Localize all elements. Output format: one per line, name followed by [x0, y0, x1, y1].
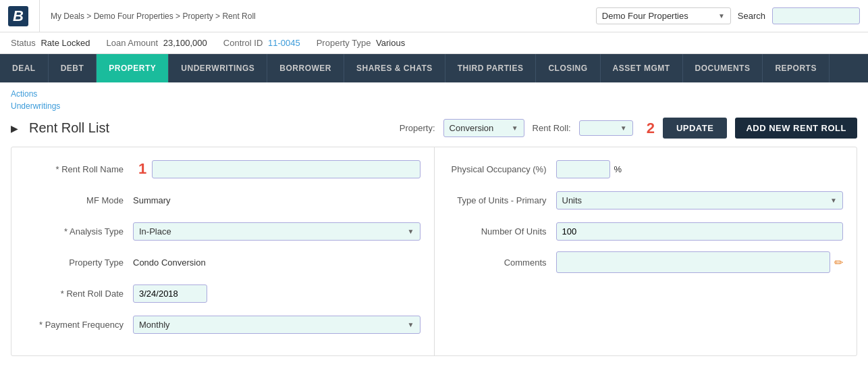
comments-input-row: ✏ [556, 251, 844, 273]
analysis-type-chevron: ▼ [408, 228, 414, 235]
physical-occ-suffix: % [614, 164, 622, 174]
update-button[interactable]: UPDATE [663, 118, 727, 139]
nav-item-closing[interactable]: CLOSING [536, 54, 600, 82]
nav-item-property[interactable]: PROPERTY [97, 54, 169, 82]
comments-input[interactable] [556, 251, 831, 273]
nav-item-deal[interactable]: DEAL [0, 54, 49, 82]
rent-roll-date-row: * Rent Roll Date [25, 282, 421, 304]
type-of-units-chevron: ▼ [830, 197, 837, 204]
physical-occ-input-row: % [556, 160, 622, 178]
analysis-type-row: * Analysis Type In-Place ▼ [25, 220, 421, 242]
property-type-value: Various [376, 38, 405, 48]
underwritings-link-text[interactable]: Underwritings [11, 101, 60, 111]
top-bar-right: Demo Four Properties ▼ Search [596, 7, 860, 24]
nav-item-reports[interactable]: REPORTS [763, 54, 830, 82]
actions-link-text[interactable]: Actions [11, 89, 37, 99]
type-of-units-value: Units [562, 195, 582, 205]
nav-item-borrower[interactable]: BORROWER [267, 54, 344, 82]
deal-selector-label: Demo Four Properties [602, 11, 688, 21]
logo-area: B [8, 0, 40, 32]
rent-roll-controls: Property: Conversion ▼ Rent Roll: ▼ 2 UP… [400, 118, 857, 139]
actions-link: Actions [11, 89, 857, 99]
property-type-form-label: Property Type [25, 257, 133, 268]
type-of-units-dropdown[interactable]: Units ▼ [556, 191, 844, 209]
deal-selector-chevron: ▼ [718, 12, 725, 20]
physical-occ-input[interactable] [556, 160, 610, 178]
property-type-label: Property Type [317, 38, 371, 48]
mf-mode-label: MF Mode [25, 195, 133, 205]
comments-label: Comments [448, 257, 556, 268]
rent-roll-header: ▶ Rent Roll List Property: Conversion ▼ … [11, 118, 857, 139]
rent-roll-name-input[interactable] [152, 160, 420, 178]
property-dropdown-label: Property: [400, 123, 435, 133]
analysis-type-label: * Analysis Type [25, 226, 133, 237]
physical-occ-row: Physical Occupancy (%) % [448, 158, 844, 180]
logo-icon: B [8, 6, 28, 26]
comments-row: Comments ✏ [448, 251, 844, 273]
badge-number-2: 2 [647, 120, 655, 137]
control-id-label: Control ID [223, 38, 263, 48]
property-type-form-value: Condo Conversion [133, 254, 421, 271]
payment-frequency-chevron: ▼ [408, 321, 414, 328]
rent-roll-date-label: * Rent Roll Date [25, 289, 133, 299]
rent-roll-dropdown-chevron: ▼ [620, 124, 627, 132]
nav-bar: DEAL DEBT PROPERTY UNDERWRITINGS BORROWE… [0, 54, 868, 82]
loan-amount-value: 23,100,000 [163, 38, 207, 48]
status-value: Rate Locked [40, 38, 90, 48]
deal-selector-dropdown[interactable]: Demo Four Properties ▼ [596, 7, 731, 24]
analysis-type-dropdown[interactable]: In-Place ▼ [133, 222, 421, 241]
type-of-units-row: Type of Units - Primary Units ▼ [448, 189, 844, 211]
type-of-units-label: Type of Units - Primary [448, 195, 556, 205]
section-toggle-icon[interactable]: ▶ [11, 123, 18, 134]
payment-frequency-value: Monthly [139, 320, 170, 330]
rent-roll-date-input[interactable] [133, 285, 207, 303]
analysis-type-value: In-Place [139, 226, 171, 237]
payment-frequency-row: * Payment Frequency Monthly ▼ [25, 314, 421, 335]
num-units-label: Number Of Units [448, 226, 556, 237]
nav-item-underwritings[interactable]: UNDERWRITINGS [169, 54, 267, 82]
rent-roll-name-row: * Rent Roll Name 1 [25, 158, 421, 180]
content-area: Actions Underwritings ▶ Rent Roll List P… [0, 82, 868, 363]
nav-item-shares-chats[interactable]: SHARES & CHATS [344, 54, 445, 82]
nav-item-third-parties[interactable]: THIRD PARTIES [445, 54, 537, 82]
search-label: Search [738, 11, 765, 21]
rent-roll-list-title: Rent Roll List [29, 120, 109, 136]
top-bar: B My Deals > Demo Four Properties > Prop… [0, 0, 868, 32]
num-units-row: Number Of Units [448, 220, 844, 242]
rent-roll-dropdown-label: Rent Roll: [533, 123, 571, 133]
payment-frequency-dropdown[interactable]: Monthly ▼ [133, 316, 421, 334]
rent-roll-dropdown[interactable]: ▼ [579, 120, 633, 136]
property-type-row: Property Type Condo Conversion [25, 251, 421, 273]
form-container: * Rent Roll Name 1 MF Mode Summary * Ana… [11, 147, 857, 356]
property-dropdown-chevron: ▼ [512, 124, 518, 132]
underwritings-link: Underwritings [11, 101, 857, 111]
mf-mode-row: MF Mode Summary [25, 189, 421, 211]
form-left: * Rent Roll Name 1 MF Mode Summary * Ana… [11, 147, 434, 355]
edit-icon[interactable]: ✏ [834, 256, 843, 269]
nav-item-debt[interactable]: DEBT [49, 54, 97, 82]
status-bar: Status Rate Locked Loan Amount 23,100,00… [0, 32, 868, 54]
badge-number-1: 1 [138, 160, 146, 178]
add-new-rent-roll-button[interactable]: ADD NEW RENT ROLL [735, 118, 857, 139]
nav-item-asset-mgmt[interactable]: ASSET MGMT [601, 54, 683, 82]
status-label: Status [11, 38, 36, 48]
num-units-input[interactable] [556, 222, 844, 241]
control-id-value: 11-0045 [268, 38, 300, 48]
payment-frequency-label: * Payment Frequency [25, 320, 133, 330]
rent-roll-name-label: * Rent Roll Name [25, 164, 133, 174]
nav-item-documents[interactable]: DOCUMENTS [683, 54, 763, 82]
physical-occ-label: Physical Occupancy (%) [448, 164, 556, 174]
mf-mode-value: Summary [133, 192, 421, 209]
loan-amount-label: Loan Amount [106, 38, 158, 48]
property-dropdown-value: Conversion [450, 123, 494, 133]
search-input[interactable] [772, 7, 860, 24]
form-right: Physical Occupancy (%) % Type of Units -… [434, 147, 857, 355]
breadcrumb: My Deals > Demo Four Properties > Proper… [51, 11, 256, 21]
property-dropdown[interactable]: Conversion ▼ [443, 119, 524, 137]
